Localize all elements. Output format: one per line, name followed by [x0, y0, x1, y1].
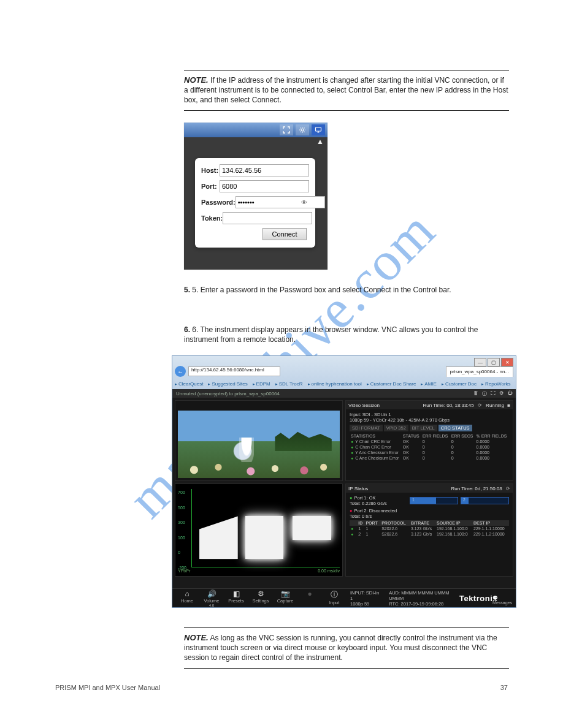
- eye-icon[interactable]: 👁: [301, 199, 307, 206]
- minimize-icon[interactable]: —: [474, 358, 486, 366]
- run-time-label: Run Time:: [423, 403, 445, 408]
- run-time-label: Run Time:: [451, 486, 473, 491]
- tab-crc-status[interactable]: CRC STATUS: [439, 425, 472, 431]
- input-info: INPUT: SDI-In 1: [350, 590, 380, 601]
- home-button[interactable]: ⌂Home: [177, 590, 197, 607]
- bookmark-item[interactable]: EDPM: [253, 381, 270, 387]
- bookmarks-bar: ClearQuest Suggested Sites EDPM SDL Troc…: [175, 379, 513, 388]
- note2-text: As long as the VNC session is running, y…: [184, 634, 497, 662]
- ip-status-title: IP Status: [348, 486, 368, 491]
- disabled-button: ●: [300, 590, 320, 607]
- close-icon[interactable]: ✕: [501, 358, 513, 366]
- crc-table: STATISTICS STATUS ERR FIELDS ERR SECS % …: [350, 433, 509, 461]
- bookmark-item[interactable]: RepoWorks: [481, 381, 511, 387]
- capture-button[interactable]: 📷Capture: [275, 590, 295, 607]
- note2: NOTE. As long as the VNC session is runn…: [184, 625, 509, 673]
- note1-text: If the IP address of the instrument is c…: [184, 76, 508, 104]
- format-line: 1080p 59 - YCbCr 422 10b - 425M-A 2.970 …: [350, 417, 509, 423]
- host-input[interactable]: [220, 164, 309, 176]
- fullscreen-icon[interactable]: [280, 124, 293, 135]
- run-time-value: 0d, 21:50:08: [475, 486, 502, 491]
- info-icon[interactable]: ⓘ: [482, 390, 487, 397]
- connect-panel: Host: Port: Password: 👁 Token: Connect: [195, 158, 315, 248]
- volume-button[interactable]: 🔊Volume4.0: [202, 590, 221, 607]
- step-5: 5. 5. Enter a password in the Password b…: [184, 285, 509, 295]
- bookmark-item[interactable]: AMIE: [421, 381, 437, 387]
- wave-mode: YPbPr: [178, 569, 190, 576]
- note1-heading: NOTE.: [184, 75, 209, 85]
- footer-title: PRISM MPI and MPX User Manual: [55, 684, 160, 691]
- svg-rect-1: [316, 127, 321, 131]
- video-session-title: Video Session: [348, 403, 380, 408]
- port-input[interactable]: [220, 180, 309, 192]
- audio-info: AUD: MMMM MMMM UMMM UMMM: [389, 590, 459, 601]
- wave-yaxis: 700 500 300 100 0 -200: [178, 490, 190, 570]
- table-row: C Anc Checksum ErrorOK000.0000: [350, 455, 509, 461]
- window-controls: — ▢ ✕: [473, 358, 513, 366]
- bookmark-item[interactable]: ClearQuest: [175, 381, 203, 387]
- page-footer: PRISM MPI and MPX User Manual 37: [55, 684, 508, 691]
- address-bar[interactable]: http://134.62.45.56:6080/vnc.html: [188, 366, 280, 376]
- password-input[interactable]: [236, 196, 325, 208]
- back-icon[interactable]: ←: [175, 366, 186, 377]
- browser-chrome: — ▢ ✕ ← http://134.62.45.56:6080/vnc.htm…: [172, 356, 516, 390]
- monitor-icon[interactable]: [312, 124, 325, 135]
- power-icon[interactable]: ⏻: [507, 390, 512, 397]
- tab-sdi-format[interactable]: SDI FORMAT: [350, 425, 383, 431]
- picture-tile[interactable]: [175, 400, 343, 481]
- wave-plot: [191, 489, 340, 567]
- trash-icon[interactable]: 🗑: [473, 390, 478, 397]
- port1-total: Total: 6.2286 Gb/s: [350, 501, 405, 506]
- host-label: Host:: [201, 167, 220, 174]
- tab-vpid[interactable]: VPID 352: [384, 425, 408, 431]
- vnc-browser-screenshot: — ▢ ✕ ← http://134.62.45.56:6080/vnc.htm…: [172, 355, 516, 608]
- chevron-up-icon[interactable]: ▲: [316, 137, 324, 146]
- tab-bit-level[interactable]: BIT LEVEL: [410, 425, 437, 431]
- bookmark-item[interactable]: SDL TrocR: [275, 381, 303, 387]
- app-area: Unmuted (unencrypted) to prism_wpa_sp000…: [172, 389, 516, 607]
- refresh-icon[interactable]: ⟳: [506, 486, 510, 491]
- wave-timebase: 0.00 ms/div: [318, 569, 340, 576]
- port1-status: Port 1: OK: [350, 495, 405, 501]
- settings-button[interactable]: ⚙Settings: [251, 590, 270, 607]
- vnc-status-text: Unmuted (unencrypted) to prism_wpa_sp000…: [176, 391, 280, 396]
- browser-tab[interactable]: prism_wpa_sp00064 - nn...: [446, 366, 514, 377]
- messages-button[interactable]: 💬Messages: [492, 596, 512, 605]
- input-button[interactable]: ⓘInput: [324, 590, 344, 607]
- video-session-tile[interactable]: Video Session Run Time: 0d, 18:33:45 ⟳ R…: [345, 400, 513, 481]
- step-6: 6. 6. The instrument display appears in …: [184, 325, 509, 344]
- fullscreen-icon[interactable]: ⛶: [491, 390, 496, 397]
- presets-button[interactable]: ◧Presets: [226, 590, 246, 607]
- page-number: 37: [500, 684, 508, 691]
- svg-point-0: [301, 129, 304, 131]
- rtc-info: RTC: 2017-09-19 09:06:28: [389, 601, 459, 607]
- bottom-toolbar: ⌂Home 🔊Volume4.0 ◧Presets ⚙Settings 📷Cap…: [172, 588, 516, 607]
- table-row: 21S2022.63.123 Gb/s192.168.1.100:0229.1.…: [350, 531, 509, 537]
- gear-icon[interactable]: [296, 124, 309, 135]
- step-6-text: 6. The instrument display appears in the…: [184, 325, 478, 344]
- bookmark-item[interactable]: online hyphenation tool: [308, 381, 362, 387]
- stop-icon[interactable]: ■: [507, 403, 510, 408]
- bookmark-item[interactable]: Customer Doc: [442, 381, 477, 387]
- refresh-icon[interactable]: ⟳: [478, 403, 482, 408]
- gear-icon[interactable]: ⚙: [499, 390, 504, 397]
- waveform-tile[interactable]: 700 500 300 100 0 -200: [175, 483, 343, 577]
- token-label: Token:: [201, 214, 223, 222]
- picture-display: [178, 411, 340, 478]
- note1: NOTE. If the IP address of the instrumen…: [184, 67, 509, 116]
- password-label: Password:: [201, 199, 236, 206]
- state-label: Running: [486, 403, 504, 408]
- table-row: Y Anc Checksum ErrorOK000.0000: [350, 450, 509, 455]
- token-input[interactable]: [223, 212, 312, 224]
- vnc-status-bar: Unmuted (unencrypted) to prism_wpa_sp000…: [172, 389, 516, 398]
- maximize-icon[interactable]: ▢: [488, 358, 500, 366]
- ip-status-tile[interactable]: IP Status Run Time: 0d, 21:50:08 ⟳ Port …: [345, 483, 513, 577]
- table-row: 11S2022.63.123 Gb/s192.168.1.100:0229.1.…: [350, 526, 509, 531]
- table-row: Y Chan CRC ErrorOK000.0000: [350, 439, 509, 444]
- bookmark-item[interactable]: Customer Doc Share: [367, 381, 416, 387]
- port2-total: Total: 0 b/s: [350, 514, 405, 519]
- bookmark-item[interactable]: Suggested Sites: [208, 381, 247, 387]
- note2-heading: NOTE.: [184, 633, 209, 642]
- connect-button[interactable]: Connect: [262, 228, 307, 240]
- ip-table: ID PORT PROTOCOL BITRATE SOURCE IP DEST …: [350, 520, 509, 537]
